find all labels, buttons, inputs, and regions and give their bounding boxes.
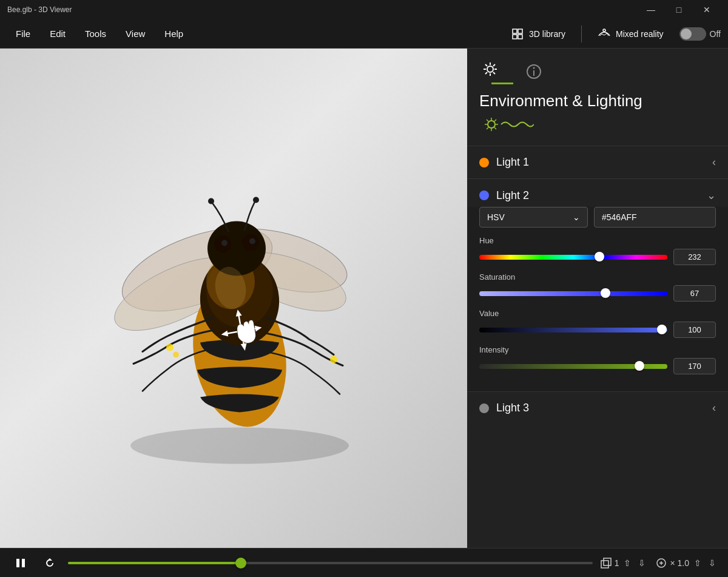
svg-marker-29 <box>241 343 248 351</box>
panel-tabs <box>467 49 728 84</box>
bottom-toolbar: 1 ⇧ ⇩ × 1.0 ⇧ ⇩ <box>0 548 728 577</box>
library-button[interactable]: 3D library <box>505 24 571 44</box>
progress-thumb <box>235 558 246 569</box>
right-panel: Environment & Lighting Light 1 <box>467 49 728 548</box>
window-title: Bee.glb - 3D Viewer <box>7 5 72 14</box>
svg-line-54 <box>487 127 488 129</box>
light-3-label: Light 3 <box>496 402 529 414</box>
saturation-thumb[interactable] <box>601 288 610 298</box>
menu-file[interactable]: File <box>7 25 39 42</box>
zoom-up-button[interactable]: ⇧ <box>692 557 704 569</box>
gesture-cursor <box>217 305 268 363</box>
svg-line-39 <box>485 64 487 66</box>
info-tab[interactable] <box>523 61 545 83</box>
play-pause-button[interactable] <box>10 552 32 574</box>
saturation-controls <box>479 285 716 302</box>
value-thumb[interactable] <box>657 325 667 334</box>
window-controls: — □ ✕ <box>637 0 721 19</box>
light-1-chevron: ‹ <box>712 156 716 169</box>
value-slider-row: Value <box>479 309 716 338</box>
hue-controls <box>479 249 716 265</box>
light-2-chevron: ⌄ <box>707 189 716 202</box>
menu-help[interactable]: Help <box>156 25 192 42</box>
refresh-icon <box>44 558 55 569</box>
value-controls <box>479 322 716 338</box>
svg-line-51 <box>487 120 488 121</box>
zoom-icon <box>655 557 667 569</box>
svg-rect-0 <box>513 29 517 33</box>
intensity-controls <box>479 358 716 374</box>
menu-view[interactable]: View <box>117 25 153 42</box>
viewport[interactable] <box>0 49 467 548</box>
mixed-reality-icon <box>598 27 611 41</box>
light-3-chevron: ‹ <box>712 402 716 414</box>
menu-divider <box>581 25 582 42</box>
hue-label: Hue <box>479 236 716 245</box>
light-1-left: Light 1 <box>479 156 529 169</box>
hue-track[interactable] <box>479 255 667 260</box>
lighting-tab[interactable] <box>479 58 501 80</box>
light-2-expanded: HSV ⌄ Hue Saturation <box>467 207 728 391</box>
intensity-thumb[interactable] <box>635 361 644 371</box>
saturation-slider-row: Saturation <box>479 272 716 302</box>
library-icon <box>511 27 524 41</box>
toggle-track[interactable] <box>679 27 706 41</box>
light-2-dot <box>479 191 489 200</box>
svg-rect-55 <box>16 559 19 567</box>
svg-point-34 <box>487 66 493 72</box>
refresh-button[interactable] <box>39 552 61 574</box>
intensity-value[interactable] <box>673 358 716 374</box>
svg-rect-58 <box>601 561 608 568</box>
svg-line-41 <box>493 64 495 66</box>
light-2-label: Light 2 <box>496 189 529 202</box>
menu-edit[interactable]: Edit <box>41 25 74 42</box>
intensity-label: Intensity <box>479 345 716 354</box>
maximize-button[interactable]: □ <box>665 0 693 19</box>
zoom-down-button[interactable]: ⇩ <box>706 557 718 569</box>
svg-point-5 <box>603 29 605 32</box>
close-button[interactable]: ✕ <box>693 0 721 19</box>
svg-line-52 <box>494 127 496 129</box>
svg-rect-56 <box>22 559 25 567</box>
svg-line-40 <box>493 72 495 74</box>
light-2-left: Light 2 <box>479 189 529 202</box>
svg-rect-1 <box>518 29 522 33</box>
model-up-button[interactable]: ⇧ <box>621 557 633 569</box>
saturation-value[interactable] <box>673 285 716 302</box>
deco-area <box>467 115 728 146</box>
svg-line-53 <box>494 120 496 121</box>
intensity-track[interactable] <box>479 364 667 369</box>
svg-point-24 <box>330 356 337 363</box>
value-track[interactable] <box>479 328 667 332</box>
light-3-item[interactable]: Light 3 ‹ <box>467 391 728 424</box>
menu-tools[interactable]: Tools <box>76 25 115 42</box>
zoom-level: × 1.0 <box>670 558 689 568</box>
saturation-track[interactable] <box>479 291 667 296</box>
color-picker-row: HSV ⌄ <box>479 207 716 228</box>
svg-rect-2 <box>513 35 517 39</box>
hsv-select[interactable]: HSV ⌄ <box>479 207 588 228</box>
light-1-item[interactable]: Light 1 ‹ <box>467 146 728 178</box>
model-down-button[interactable]: ⇩ <box>636 557 648 569</box>
mixed-reality-button[interactable]: Mixed reality <box>592 24 670 44</box>
light-3-dot <box>479 403 489 413</box>
svg-point-22 <box>166 343 174 351</box>
model-count: 1 <box>615 558 619 568</box>
value-value[interactable] <box>673 322 716 338</box>
hex-input[interactable] <box>594 207 716 228</box>
minimize-button[interactable]: — <box>637 0 665 19</box>
mixed-reality-label: Mixed reality <box>616 29 664 39</box>
mixed-reality-toggle[interactable]: Off <box>679 27 721 41</box>
menubar: File Edit Tools View Help 3D library Mix… <box>0 19 728 49</box>
svg-marker-57 <box>47 558 52 561</box>
light-2-item[interactable]: Light 2 ⌄ <box>467 178 728 207</box>
progress-bar[interactable] <box>68 562 593 564</box>
progress-fill <box>68 562 241 564</box>
hue-thumb[interactable] <box>595 252 604 262</box>
svg-point-6 <box>130 427 349 464</box>
hue-value[interactable] <box>673 249 716 265</box>
viewport-background <box>0 49 467 548</box>
svg-rect-59 <box>604 558 611 565</box>
svg-marker-31 <box>221 330 229 337</box>
hsv-chevron: ⌄ <box>573 212 580 222</box>
